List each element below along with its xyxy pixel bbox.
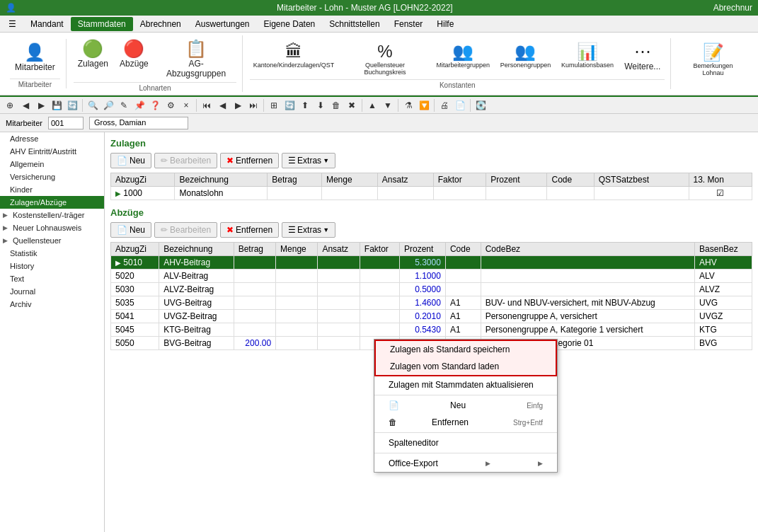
cell-ansatz [318, 323, 360, 337]
sidebar-item-text[interactable]: Text [0, 272, 104, 285]
ribbon-btn-kantone-label: Kantone/Kinderzulagen/QST [253, 62, 335, 69]
sidebar-item-quellensteuer[interactable]: ▶ Quellensteuer [0, 234, 104, 247]
zulagen-neu-btn[interactable]: 📄 Neu [110, 153, 151, 168]
tb-arrow-btn[interactable]: ▲ [365, 98, 379, 112]
tb-export-btn[interactable]: ⬇ [314, 98, 328, 112]
cell-basenbez: BVG [695, 337, 752, 350]
menu-stammdaten[interactable]: Stammdaten [71, 17, 133, 31]
ribbon-btn-mitarbeitergruppen[interactable]: 👥 Mitarbeitergruppen [432, 38, 493, 72]
abzuge-row-2[interactable]: 5030 ALVZ-Beitrag 0.5000 ALVZ [111, 283, 752, 296]
tb-search2-btn[interactable]: 🔎 [101, 98, 115, 112]
app-menu-button[interactable]: ☰ [1, 17, 23, 31]
tb-filter2-btn[interactable]: 🔽 [417, 98, 431, 112]
dropdown-item-entfernen[interactable]: 🗑 Entfernen Strg+Entf [374, 414, 557, 431]
ribbon-btn-abzuge[interactable]: 🔴 Abzüge [115, 35, 153, 72]
menu-schnittstellen[interactable]: Schnittstellen [322, 17, 386, 31]
abzuge-row-4[interactable]: 5041 UVGZ-Beitrag 0.2010 A1 Personengrup… [111, 310, 752, 323]
sidebar-item-lohnausweis[interactable]: ▶ Neuer Lohnausweis [0, 221, 104, 234]
zulagen-entfernen-btn[interactable]: ✖ Entfernen [220, 153, 279, 168]
sidebar-item-kinder[interactable]: Kinder [0, 183, 104, 196]
row-arrow-icon: ▶ [115, 259, 121, 267]
menu-hilfe[interactable]: Hilfe [430, 17, 461, 31]
menu-auswertungen[interactable]: Auswertungen [188, 17, 257, 31]
abzuge-neu-btn[interactable]: 📄 Neu [110, 222, 151, 238]
abzuge-extras-btn[interactable]: ☰ Extras ▼ [282, 222, 335, 238]
tb-last-btn[interactable]: ⏭ [246, 98, 260, 112]
menu-abrechnen[interactable]: Abrechnen [133, 17, 188, 31]
tb-cancel-btn[interactable]: ✖ [345, 98, 359, 112]
tb-first-btn[interactable]: ⏮ [200, 98, 214, 112]
tb-import-btn[interactable]: ⬆ [298, 98, 312, 112]
tb-table-btn[interactable]: ⊞ [267, 98, 281, 112]
sidebar-item-adresse[interactable]: Adresse [0, 132, 104, 145]
ribbon-btn-personengruppen[interactable]: 👥 Personengruppen [496, 38, 554, 72]
sidebar-item-versicherung[interactable]: Versicherung [0, 170, 104, 183]
sidebar-item-journal[interactable]: Journal [0, 285, 104, 298]
cell-codebez [481, 270, 694, 283]
sidebar-item-kostenstellen[interactable]: ▶ Kostenstellen/-träger [0, 209, 104, 221]
sidebar-item-allgemein[interactable]: Allgemein [0, 158, 104, 170]
menu-eigene-daten[interactable]: Eigene Daten [257, 17, 323, 31]
dropdown-item-load-standard[interactable]: Zulagen vom Standard laden [376, 358, 556, 375]
cell-prozent: 1.1000 [399, 270, 445, 283]
ribbon-btn-kantone[interactable]: 🏛 Kantone/Kinderzulagen/QST [250, 38, 337, 72]
tb-prev-btn[interactable]: ◀ [215, 98, 229, 112]
abzuge-bearbeiten-btn[interactable]: ✏ Bearbeiten [154, 222, 217, 238]
abzuge-entfernen-btn[interactable]: ✖ Entfernen [220, 222, 279, 238]
tb-next-btn[interactable]: ▶ [231, 98, 245, 112]
tb-save-btn[interactable]: 💾 [50, 98, 64, 112]
sidebar-item-zulagen-abzuge[interactable]: Zulagen/Abzüge [0, 196, 104, 209]
tb-settings-btn[interactable]: ⚙ [163, 98, 178, 112]
tb-edit-btn[interactable]: ✎ [117, 98, 131, 112]
menu-fenster[interactable]: Fenster [387, 17, 430, 31]
ribbon-btn-bemerkungen[interactable]: 📝 Bemerkungen Lohnau [678, 39, 748, 80]
ribbon-btn-zulagen[interactable]: 🟢 Zulagen [74, 35, 113, 72]
mitarbeiter-number-input[interactable] [48, 117, 84, 129]
dropdown-entfernen-label: Entfernen [432, 417, 469, 427]
tb-search-btn[interactable]: 🔍 [86, 98, 100, 112]
tb-help-btn[interactable]: ❓ [148, 98, 162, 112]
abzuge-row-5[interactable]: 5045 KTG-Beitrag 0.5430 A1 Personengrupp… [111, 323, 752, 337]
abzuge-row-0[interactable]: ▶ 5010 AHV-Beitrag 5.3000 AHV [111, 256, 752, 270]
tb-close-btn[interactable]: × [179, 98, 193, 112]
dropdown-sep2 [374, 432, 557, 433]
zulagen-bearbeiten-btn[interactable]: ✏ Bearbeiten [154, 153, 217, 168]
abzuge-row-1[interactable]: 5020 ALV-Beitrag 1.1000 ALV [111, 270, 752, 283]
abzuge-extras-arrow: ▼ [323, 226, 329, 233]
menu-mandant[interactable]: Mandant [23, 17, 71, 31]
dropdown-item-neu[interactable]: 📄 Neu Einfg [374, 397, 557, 414]
tb-pin-btn[interactable]: 📌 [132, 98, 147, 112]
dropdown-item-spalteneditor[interactable]: Spalteneditor [374, 434, 557, 451]
tb-delete-btn[interactable]: 🗑 [329, 98, 343, 112]
tb-back-btn[interactable]: ◀ [18, 98, 33, 112]
sidebar-item-archiv[interactable]: Archiv [0, 298, 104, 311]
sidebar-item-statistik[interactable]: Statistik [0, 247, 104, 260]
zulagen-row[interactable]: ▶ 1000 Monatslohn ☑ [111, 187, 752, 200]
dropdown-item-save-standard[interactable]: Zulagen als Standard speichern [376, 341, 556, 358]
tb-new-btn[interactable]: ⊕ [3, 98, 17, 112]
sidebar-item-ahv[interactable]: AHV Eintritt/Austritt [0, 145, 104, 158]
menu-bar: ☰ Mandant Stammdaten Abrechnen Auswertun… [0, 16, 758, 33]
dropdown-item-stammdaten[interactable]: Zulagen mit Stammdaten aktualisieren [374, 376, 557, 393]
ribbon-group-remarks: 📝 Bemerkungen Lohnau [672, 39, 754, 88]
app-icon: 👤 [6, 3, 16, 13]
ribbon-btn-weitere[interactable]: ⋯ Weitere... [620, 38, 665, 75]
entfernen-icon: ✖ [226, 156, 234, 166]
ribbon-btn-mitarbeiter[interactable]: 👤 Mitarbeiter [10, 39, 60, 76]
tb-reload-btn[interactable]: 🔄 [282, 98, 297, 112]
tb-refresh-btn[interactable]: 🔄 [65, 98, 79, 112]
dropdown-item-office-export[interactable]: Office-Export ▶ [374, 455, 557, 472]
tb-arrow2-btn[interactable]: ▼ [381, 98, 395, 112]
abzuge-extras-icon: ☰ [288, 225, 296, 235]
ribbon-btn-ag-abzugsgruppen[interactable]: 📋 AG-Abzugsgruppen [156, 35, 236, 82]
tb-filter-btn[interactable]: ⚗ [401, 98, 415, 112]
ribbon-btn-kumulationsbasen[interactable]: 📊 Kumulationsbasen [558, 38, 618, 72]
tb-forward-btn[interactable]: ▶ [34, 98, 48, 112]
abzuge-row-3[interactable]: 5035 UVG-Beitrag 1.4600 A1 BUV- und NBUV… [111, 296, 752, 310]
tb-disk-btn[interactable]: 💽 [473, 98, 488, 112]
zulagen-extras-btn[interactable]: ☰ Extras ▼ [282, 153, 335, 168]
sidebar-item-history[interactable]: History [0, 260, 104, 272]
tb-print2-btn[interactable]: 📄 [453, 98, 467, 112]
tb-print-btn[interactable]: 🖨 [437, 98, 452, 112]
ribbon-btn-quellensteuer[interactable]: % Quellensteuer Buchungskreis [340, 38, 430, 79]
